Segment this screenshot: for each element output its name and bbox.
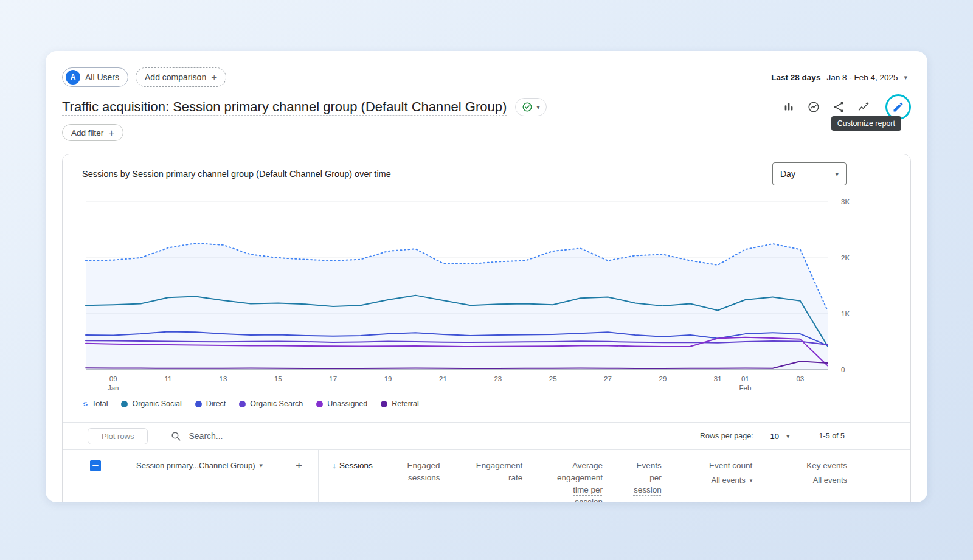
all-users-label: All Users bbox=[85, 72, 119, 82]
report-title-row: Traffic acquisition: Session primary cha… bbox=[62, 95, 911, 119]
customize-report-button[interactable] bbox=[891, 100, 905, 114]
add-filter-chip[interactable]: Add filter + bbox=[62, 124, 123, 141]
svg-text:23: 23 bbox=[494, 375, 502, 382]
column-header-engaged-sessions[interactable]: Engaged sessions bbox=[373, 460, 440, 484]
data-quality-badge[interactable]: ▾ bbox=[515, 98, 547, 116]
legend-item-total[interactable]: Total bbox=[83, 399, 108, 408]
report-topbar: A All Users Add comparison + Last 28 day… bbox=[62, 67, 911, 88]
segment-avatar: A bbox=[66, 70, 80, 85]
pagination-status: 1-5 of 5 bbox=[819, 432, 845, 440]
rows-per-page-select[interactable]: 10 ▾ bbox=[767, 431, 794, 441]
column-header-event-count[interactable]: Event count All events ▾ bbox=[662, 460, 753, 486]
chevron-down-icon: ▾ bbox=[260, 461, 263, 469]
chevron-down-icon: ▾ bbox=[786, 432, 790, 440]
chevron-down-icon: ▾ bbox=[904, 74, 907, 81]
indeterminate-dash-icon bbox=[92, 465, 99, 466]
legend-item-organic-social[interactable]: Organic Social bbox=[121, 399, 181, 408]
column-header-key-events[interactable]: Key events All events bbox=[752, 460, 847, 486]
check-circle-icon bbox=[522, 102, 533, 112]
legend-swatch-icon bbox=[316, 401, 323, 407]
svg-text:Jan: Jan bbox=[108, 384, 119, 392]
dimension-header-cell: Session primary...Channel Group) ▾ + bbox=[63, 460, 318, 471]
column-header-engagement-rate[interactable]: Engagement rate bbox=[440, 460, 523, 484]
chart-legend: TotalOrganic SocialDirectOrganic SearchU… bbox=[63, 394, 910, 413]
svg-text:0: 0 bbox=[841, 366, 845, 373]
plot-rows-button[interactable]: Plot rows bbox=[88, 428, 148, 444]
insights-button[interactable] bbox=[806, 99, 822, 115]
add-dimension-button[interactable]: + bbox=[296, 460, 302, 471]
table-column-divider bbox=[318, 450, 319, 502]
chevron-down-icon: ▾ bbox=[835, 170, 839, 178]
plus-icon: + bbox=[108, 128, 114, 138]
add-filter-label: Add filter bbox=[71, 128, 103, 137]
bar-chart-icon bbox=[782, 100, 795, 114]
add-comparison-chip[interactable]: Add comparison + bbox=[136, 67, 226, 87]
share-icon bbox=[832, 100, 845, 114]
svg-text:Feb: Feb bbox=[739, 384, 752, 392]
date-range-value: Jan 8 - Feb 4, 2025 bbox=[826, 73, 898, 82]
legend-item-unassigned[interactable]: Unassigned bbox=[316, 399, 367, 408]
filter-row: Add filter + bbox=[62, 124, 911, 141]
table-search bbox=[170, 430, 479, 442]
legend-swatch-icon bbox=[239, 401, 246, 407]
divider bbox=[159, 429, 159, 443]
all-users-segment-chip[interactable]: A All Users bbox=[62, 67, 128, 87]
legend-label: Unassigned bbox=[327, 399, 367, 408]
select-all-checkbox[interactable] bbox=[90, 460, 101, 471]
legend-item-direct[interactable]: Direct bbox=[195, 399, 226, 408]
legend-label: Direct bbox=[206, 399, 226, 408]
add-comparison-label: Add comparison bbox=[145, 72, 206, 82]
svg-text:19: 19 bbox=[384, 375, 392, 382]
chart-header: Sessions by Session primary channel grou… bbox=[63, 154, 910, 193]
report-panel: Sessions by Session primary channel grou… bbox=[62, 154, 911, 502]
date-range-label: Last 28 days bbox=[771, 73, 820, 82]
svg-text:17: 17 bbox=[329, 375, 337, 382]
svg-text:15: 15 bbox=[274, 375, 282, 382]
dimension-name: Session primary...Channel Group) bbox=[136, 461, 255, 470]
search-icon bbox=[170, 430, 182, 442]
share-button[interactable] bbox=[831, 99, 847, 115]
svg-text:01: 01 bbox=[741, 375, 749, 382]
svg-text:21: 21 bbox=[439, 375, 447, 382]
plus-icon: + bbox=[211, 72, 217, 83]
svg-text:31: 31 bbox=[714, 375, 722, 382]
legend-label: Total bbox=[92, 399, 108, 408]
legend-swatch-icon bbox=[381, 401, 387, 407]
legend-item-referral[interactable]: Referral bbox=[381, 399, 418, 408]
legend-label: Organic Social bbox=[132, 399, 181, 408]
column-header-events-per-session[interactable]: Events per session bbox=[603, 460, 662, 496]
key-events-filter: All events bbox=[813, 474, 847, 486]
sparkline-icon bbox=[857, 100, 870, 114]
svg-text:13: 13 bbox=[220, 375, 227, 382]
edit-pencil-icon bbox=[892, 101, 904, 113]
chevron-down-icon: ▾ bbox=[536, 103, 540, 111]
rows-per-page-label: Rows per page: bbox=[700, 432, 753, 440]
pagination-controls: Rows per page: 10 ▾ 1-5 of 5 bbox=[700, 431, 845, 441]
dimension-select[interactable]: Session primary...Channel Group) ▾ bbox=[136, 461, 263, 470]
date-range-picker[interactable]: Last 28 days Jan 8 - Feb 4, 2025 ▾ bbox=[767, 72, 911, 83]
ga4-report-window: A All Users Add comparison + Last 28 day… bbox=[46, 51, 927, 502]
chart-title: Sessions by Session primary channel grou… bbox=[82, 169, 391, 179]
svg-text:29: 29 bbox=[659, 375, 667, 382]
table-controls-row: Plot rows Rows per page: 10 ▾ 1-5 of 5 bbox=[63, 422, 910, 450]
column-header-avg-engagement-time[interactable]: Average engagement time per session bbox=[522, 460, 603, 502]
page-title: Traffic acquisition: Session primary cha… bbox=[62, 99, 507, 115]
legend-swatch-icon bbox=[121, 401, 128, 407]
comparisons-bar-chart-button[interactable] bbox=[781, 99, 797, 115]
svg-text:1K: 1K bbox=[841, 310, 850, 317]
search-input[interactable] bbox=[187, 430, 479, 441]
sessions-over-time-chart: 3K2K1K009Jan111315171921232527293101Feb0… bbox=[63, 193, 912, 394]
segment-chip-row: A All Users Add comparison + bbox=[62, 67, 226, 87]
legend-swatch-icon bbox=[195, 401, 202, 407]
legend-item-organic-search[interactable]: Organic Search bbox=[239, 399, 303, 408]
legend-label: Organic Search bbox=[250, 399, 303, 408]
event-count-filter-select[interactable]: All events ▾ bbox=[711, 474, 752, 486]
trending-insights-button[interactable] bbox=[856, 99, 871, 115]
granularity-value: Day bbox=[780, 169, 795, 179]
granularity-select[interactable]: Day ▾ bbox=[772, 162, 847, 185]
legend-label: Referral bbox=[392, 399, 418, 408]
sort-descending-icon: ↓ bbox=[333, 460, 337, 472]
svg-text:09: 09 bbox=[109, 375, 117, 382]
legend-swatch-icon bbox=[83, 402, 88, 406]
column-header-sessions[interactable]: ↓ Sessions bbox=[318, 460, 373, 472]
